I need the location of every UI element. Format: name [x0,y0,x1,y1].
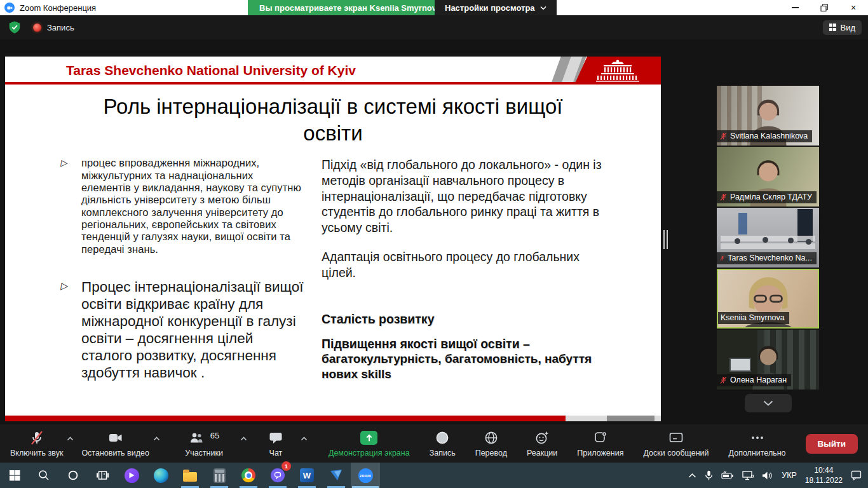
video-scene [797,209,813,242]
unmute-button[interactable]: Включить звук [9,430,64,458]
whiteboard-button[interactable]: Доски сообщений [642,430,710,458]
taskbar-app-alice[interactable] [117,463,146,488]
participant-video[interactable]: Taras Shevchenko Na... [717,208,819,268]
restore-button[interactable] [810,0,839,15]
video-scene [738,213,747,234]
cortana-button[interactable] [58,463,88,488]
viber-icon [271,468,285,482]
meeting-info-bar: Запись Вид [0,15,868,39]
slide-header: Taras Shevchenko National University of … [5,57,661,85]
word-icon: W [300,468,314,482]
tray-microphone-icon[interactable] [705,470,713,481]
share-screen-label: Демонстрация экрана [329,449,410,458]
file-explorer-icon [183,472,197,482]
smiley-plus-icon [534,430,550,445]
calculator-icon [214,468,226,483]
paragraph: Адаптація освітнього процесу до глобальн… [322,249,609,280]
participant-name: Kseniia Smyrnova [721,313,785,322]
participants-options-caret[interactable] [239,434,248,444]
tray-battery-icon[interactable] [721,471,734,480]
leave-meeting-button[interactable]: Выйти [806,434,858,454]
reactions-button[interactable]: Реакции [526,430,559,458]
taskbar-app-word[interactable]: W [292,463,322,488]
window-titlebar: Zoom Конференция Вы просматриваете экран… [0,0,868,15]
screen-share-banner: Вы просматриваете экран Kseniia Smyrnova [248,0,452,15]
participant-video-active-speaker[interactable]: Kseniia Smyrnova [717,269,819,329]
taskbar-app-viber[interactable]: 1 [263,463,292,488]
windows-taskbar: 1 W zoom УКР 10:44 18.11.2022 [0,463,868,488]
chat-button[interactable]: Чат [267,430,285,458]
search-icon [38,470,50,481]
taskbar-app-triangle[interactable] [322,463,351,488]
person-silhouette [806,239,811,245]
tray-network-icon[interactable] [742,471,754,480]
collapse-thumbnails-button[interactable] [745,394,792,412]
tray-expand-chevron[interactable] [688,473,696,478]
action-center-icon[interactable] [851,470,862,480]
stop-video-button[interactable]: Остановить видео [80,430,151,458]
close-button[interactable]: × [839,0,868,15]
taskbar-app-calculator[interactable] [205,463,234,488]
toolbar-center-group: 65 Участники Чат Демонстрация экрана Зап… [184,430,787,458]
participant-name-tag: Kseniia Smyrnova [718,312,789,324]
video-options-caret[interactable] [152,434,161,444]
camera-icon [108,430,123,445]
view-grid-icon [829,24,837,31]
chat-options-caret[interactable] [299,434,309,444]
slide-right-column: Підхід «від глобального до локального» -… [304,157,609,381]
view-button-label: Вид [840,23,855,32]
taskbar-app-zoom[interactable]: zoom [351,463,380,488]
taskbar-search-button[interactable] [29,463,58,488]
language-indicator[interactable]: УКР [782,471,797,480]
participant-name: Олена Нараган [730,376,787,384]
recording-label: Запись [47,23,74,32]
task-view-icon [97,470,109,481]
record-icon [435,430,450,445]
share-screen-button[interactable]: Демонстрация экрана [327,430,411,458]
header-red-block [574,57,661,85]
taskbar-app-explorer[interactable] [175,463,205,488]
participant-video[interactable]: Радміла Скляр ТДАТУ [717,147,819,207]
apps-button[interactable]: Приложения [576,430,625,458]
shared-screen-slide: Taras Shevchenko National University of … [5,53,661,421]
participants-button[interactable]: 65 Участники [184,430,224,458]
window-title: Zoom Конференция [20,3,96,13]
taskbar-app-chrome[interactable] [234,463,263,488]
muted-mic-icon [719,132,728,140]
start-button[interactable] [0,463,29,488]
horizontal-scrollbar-thumb[interactable] [607,416,654,421]
bullet-item: Процес інтернаціоналізації вищої освіти … [61,278,304,381]
zoom-app-icon [4,3,15,13]
more-label: Дополнительно [729,449,786,458]
audio-options-caret[interactable] [65,434,75,444]
reactions-label: Реакции [527,449,557,458]
bold-heading: Сталість розвитку [322,312,609,327]
record-button[interactable]: Запись [428,430,457,458]
bold-lead: Підвищення якості вищої освіти – [322,337,609,351]
participant-video[interactable]: Svitlana Kalashnikova [717,86,819,146]
encryption-shield-icon[interactable] [8,20,22,34]
bold-tail: багатокультурність, багатомовність, набу… [322,351,604,381]
participants-icon [189,430,204,445]
share-screen-icon [360,431,377,445]
bullet-item: процес впровадження міжнародних, міжкуль… [61,157,304,255]
slide-red-line [5,416,566,421]
whiteboard-label: Доски сообщений [643,449,709,458]
view-button[interactable]: Вид [823,20,862,35]
taskbar-app-edge[interactable] [146,463,175,488]
translate-button[interactable]: Перевод [474,430,508,458]
participants-label: Участники [185,449,223,458]
apps-label: Приложения [577,449,623,458]
panel-resize-handle[interactable] [663,230,668,249]
minimize-button[interactable] [780,0,810,15]
chevron-down-icon [763,400,773,406]
view-settings-button[interactable]: Настройки просмотра [435,0,557,15]
tray-speaker-icon[interactable] [762,471,773,480]
more-button[interactable]: Дополнительно [728,430,787,458]
alice-icon [125,468,139,483]
taskbar-clock[interactable]: 10:44 18.11.2022 [805,465,843,485]
task-view-button[interactable] [88,463,117,488]
slide-columns: процес впровадження міжнародних, міжкуль… [5,157,661,381]
participant-video[interactable]: Олена Нараган [717,330,819,390]
triangle-app-icon [329,469,343,482]
